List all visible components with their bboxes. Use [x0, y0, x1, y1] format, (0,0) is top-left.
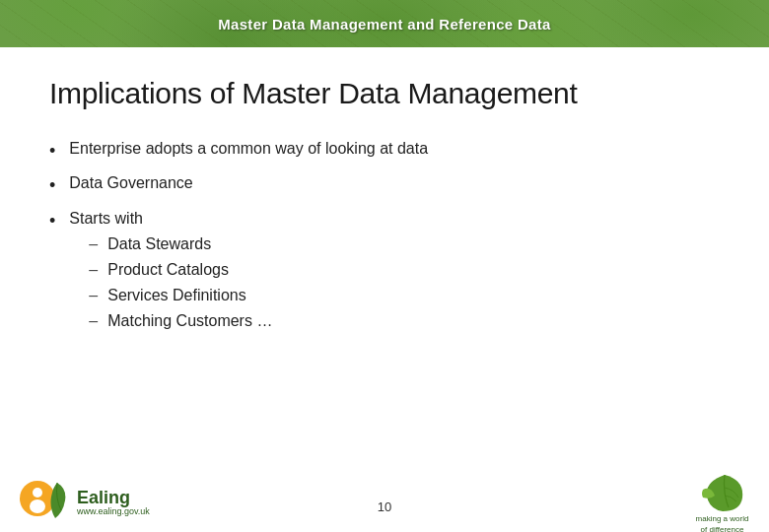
logo-name: Ealing	[77, 489, 150, 506]
sub-item-text: Services Definitions	[107, 287, 246, 304]
logo-svg	[20, 481, 69, 522]
list-item: • Data Governance	[49, 174, 720, 197]
footer-right: making a world of difference	[695, 470, 749, 532]
sub-list: – Data Stewards – Product Catalogs – Ser…	[69, 235, 272, 330]
svg-point-2	[30, 499, 45, 513]
bullet-list: • Enterprise adopts a common way of look…	[49, 140, 720, 338]
sub-item-text: Matching Customers …	[107, 312, 272, 330]
sub-item-text: Product Catalogs	[107, 261, 229, 279]
tagline-line1: making a world	[696, 514, 749, 523]
sub-list-item: – Product Catalogs	[69, 261, 272, 279]
list-item-starts-with: • Starts with – Data Stewards – Product …	[49, 210, 720, 338]
bullet-dot: •	[49, 174, 55, 197]
list-item: • Enterprise adopts a common way of look…	[49, 140, 720, 163]
header-title: Master Data Management and Reference Dat…	[218, 16, 550, 33]
sub-list-item: – Data Stewards	[69, 235, 272, 253]
bullet-dot: •	[49, 210, 55, 233]
sub-dash-icon: –	[89, 287, 98, 304]
logo-url: www.ealing.gov.uk	[77, 506, 150, 516]
ealing-logo	[20, 481, 69, 525]
footer-leaf-icon	[695, 470, 749, 514]
sub-dash-icon: –	[89, 312, 98, 330]
svg-point-1	[33, 488, 42, 498]
tagline-line2: of difference	[701, 525, 744, 533]
content-area: Implications of Master Data Management •…	[0, 47, 769, 369]
page-number: 10	[378, 499, 391, 514]
sub-dash-icon: –	[89, 235, 98, 253]
bullet-text: Data Governance	[69, 174, 192, 192]
bullet-text: Starts with	[69, 210, 143, 227]
bullet-text: Enterprise adopts a common way of lookin…	[69, 140, 428, 158]
bullet-dot: •	[49, 140, 55, 163]
sub-list-item: – Matching Customers …	[69, 312, 272, 330]
slide-title: Implications of Master Data Management	[49, 77, 720, 110]
sub-list-item: – Services Definitions	[69, 287, 272, 304]
logo-text-block: Ealing www.ealing.gov.uk	[77, 489, 150, 516]
footer: Ealing www.ealing.gov.uk 10 making a wor…	[0, 473, 769, 532]
header-banner: Master Data Management and Reference Dat…	[0, 0, 769, 47]
footer-tagline: making a world of difference	[696, 514, 749, 532]
sub-item-text: Data Stewards	[107, 235, 211, 253]
sub-dash-icon: –	[89, 261, 98, 279]
footer-left: Ealing www.ealing.gov.uk	[20, 481, 150, 525]
